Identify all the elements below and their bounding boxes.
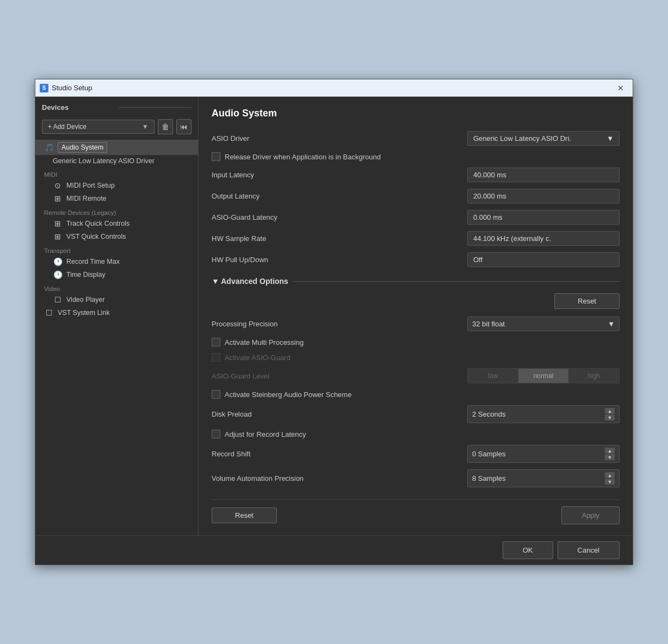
asio-driver-value: Generic Low Latency ASIO Dri. — [473, 134, 571, 143]
sidebar-item-track-quick-controls[interactable]: ⊞ Track Quick Controls — [35, 217, 198, 230]
volume-automation-up-button[interactable]: ▲ — [605, 472, 615, 478]
activate-multi-label[interactable]: Activate Multi Processing — [225, 338, 304, 346]
disk-preload-up-button[interactable]: ▲ — [605, 408, 615, 414]
record-shift-label: Record Shift — [212, 450, 342, 458]
cancel-button[interactable]: Cancel — [558, 541, 620, 559]
asio-driver-label: ASIO Driver — [212, 134, 342, 143]
vst-system-icon: ☐ — [44, 308, 54, 317]
add-device-button[interactable]: + Add Device ▼ — [42, 120, 154, 134]
delete-icon: 🗑 — [162, 122, 169, 131]
activate-steinberg-checkbox[interactable] — [212, 390, 220, 399]
sidebar-item-time-display[interactable]: 🕐 Time Display — [35, 268, 198, 281]
sidebar-item-generic-asio[interactable]: Generic Low Latency ASIO Driver — [35, 155, 198, 167]
activate-steinberg-row: Activate Steinberg Audio Power Scheme — [212, 387, 620, 402]
processing-precision-label: Processing Precision — [212, 320, 342, 328]
close-button[interactable]: ✕ — [613, 83, 628, 94]
sidebar-item-video-player[interactable]: ☐ Video Player — [35, 293, 198, 306]
record-shift-down-button[interactable]: ▼ — [605, 454, 615, 460]
output-latency-label: Output Latency — [212, 192, 342, 200]
vst-quick-icon: ⊞ — [53, 232, 63, 241]
processing-precision-value-container: 32 bit float ▼ — [342, 317, 620, 331]
record-time-label: Record Time Max — [66, 258, 120, 265]
asio-guard-normal-button[interactable]: normal — [518, 369, 569, 383]
add-device-label: + Add Device — [48, 123, 86, 131]
release-driver-checkbox[interactable] — [212, 152, 220, 161]
footer-reset-button[interactable]: Reset — [212, 507, 277, 523]
asio-guard-high-button[interactable]: high — [568, 369, 619, 383]
midi-section-label: MIDI — [35, 167, 198, 179]
activate-asio-row: Activate ASIO-Guard — [212, 350, 620, 365]
record-shift-spinbox[interactable]: 0 Samples ▲ ▼ — [467, 445, 620, 463]
release-driver-label[interactable]: Release Driver when Application is in Ba… — [225, 153, 381, 161]
disk-preload-down-button[interactable]: ▼ — [605, 414, 615, 420]
asio-guard-level-control: low normal high — [342, 368, 620, 383]
delete-device-button[interactable]: 🗑 — [158, 119, 173, 134]
processing-precision-dropdown[interactable]: 32 bit float ▼ — [467, 317, 620, 331]
sidebar-item-vst-quick-controls[interactable]: ⊞ VST Quick Controls — [35, 230, 198, 243]
add-device-row: + Add Device ▼ 🗑 ⏮ — [35, 117, 198, 137]
midi-remote-icon: ⊞ — [53, 194, 63, 203]
volume-automation-value: 8 Samples — [472, 474, 505, 482]
video-player-icon: ☐ — [53, 295, 63, 304]
activate-steinberg-label[interactable]: Activate Steinberg Audio Power Scheme — [225, 391, 351, 399]
advanced-options-label[interactable]: ▼ Advanced Options — [212, 277, 288, 286]
volume-automation-value-container: 8 Samples ▲ ▼ — [342, 469, 620, 487]
devices-divider — [119, 107, 192, 108]
asio-guard-level-slider[interactable]: low normal high — [467, 368, 620, 383]
video-section-label: Video — [35, 281, 198, 293]
sidebar-item-vst-system-link[interactable]: ☐ VST System Link — [35, 306, 198, 319]
asio-driver-arrow-icon: ▼ — [607, 134, 614, 143]
audio-system-icon: 🎵 — [44, 143, 54, 152]
studio-setup-window: S Studio Setup ✕ Devices + Add Device ▼ … — [35, 79, 633, 565]
hw-pull-row: HW Pull Up/Down Off — [212, 249, 620, 270]
output-latency-row: Output Latency 20.000 ms — [212, 185, 620, 207]
activate-multi-checkbox[interactable] — [212, 338, 220, 346]
record-shift-value-container: 0 Samples ▲ ▼ — [342, 445, 620, 463]
midi-remote-label: MIDI Remote — [66, 195, 107, 202]
track-quick-label: Track Quick Controls — [66, 220, 129, 227]
disk-preload-spinbox[interactable]: 2 Seconds ▲ ▼ — [467, 405, 620, 423]
asio-guard-latency-value-container: 0.000 ms — [342, 210, 620, 225]
volume-automation-down-button[interactable]: ▼ — [605, 479, 615, 485]
asio-guard-level-label: ASIO-Guard Level — [212, 372, 342, 380]
advanced-reset-button[interactable]: Reset — [554, 293, 620, 309]
input-latency-label: Input Latency — [212, 171, 342, 179]
time-display-label: Time Display — [66, 271, 106, 278]
add-device-arrow-icon: ▼ — [142, 123, 149, 131]
volume-automation-spinbox[interactable]: 8 Samples ▲ ▼ — [467, 469, 620, 487]
midi-port-label: MIDI Port Setup — [66, 182, 115, 189]
record-shift-up-button[interactable]: ▲ — [605, 448, 615, 454]
sidebar-item-audio-system[interactable]: 🎵 Audio System — [35, 140, 198, 155]
footer-apply-button[interactable]: Apply — [561, 506, 620, 524]
bottom-bar-right: OK Cancel — [503, 541, 620, 559]
asio-guard-level-row: ASIO-Guard Level low normal high — [212, 365, 620, 387]
adjust-latency-row: Adjust for Record Latency — [212, 426, 620, 442]
title-bar-left: S Studio Setup — [40, 84, 92, 92]
hw-pull-value: Off — [467, 252, 620, 267]
input-latency-row: Input Latency 40.000 ms — [212, 164, 620, 185]
asio-guard-latency-value: 0.000 ms — [467, 210, 620, 225]
advanced-options-line — [293, 281, 620, 282]
volume-automation-row: Volume Automation Precision 8 Samples ▲ … — [212, 466, 620, 491]
hw-sample-rate-value: 44.100 kHz (externally c. — [467, 231, 620, 246]
hw-sample-rate-value-container: 44.100 kHz (externally c. — [342, 231, 620, 246]
devices-header: Devices — [35, 103, 198, 117]
sidebar-item-midi-remote[interactable]: ⊞ MIDI Remote — [35, 192, 198, 205]
sidebar-item-record-time-max[interactable]: 🕐 Record Time Max — [35, 255, 198, 268]
reset-row: Reset — [212, 293, 620, 309]
page-title: Audio System — [212, 108, 620, 119]
sidebar-item-midi-port-setup[interactable]: ⊙ MIDI Port Setup — [35, 179, 198, 192]
asio-guard-low-button[interactable]: low — [468, 369, 518, 383]
time-display-icon: 🕐 — [53, 270, 63, 279]
hw-sample-rate-row: HW Sample Rate 44.100 kHz (externally c. — [212, 228, 620, 249]
ok-button[interactable]: OK — [503, 541, 553, 559]
asio-driver-row: ASIO Driver Generic Low Latency ASIO Dri… — [212, 128, 620, 149]
record-shift-arrows: ▲ ▼ — [605, 448, 615, 460]
record-shift-row: Record Shift 0 Samples ▲ ▼ — [212, 442, 620, 466]
hw-sample-rate-label: HW Sample Rate — [212, 234, 342, 243]
adjust-latency-label[interactable]: Adjust for Record Latency — [225, 430, 306, 438]
asio-guard-latency-row: ASIO-Guard Latency 0.000 ms — [212, 207, 620, 228]
reset-device-button[interactable]: ⏮ — [176, 119, 191, 134]
adjust-latency-checkbox[interactable] — [212, 430, 220, 438]
asio-driver-dropdown[interactable]: Generic Low Latency ASIO Dri. ▼ — [467, 131, 620, 146]
